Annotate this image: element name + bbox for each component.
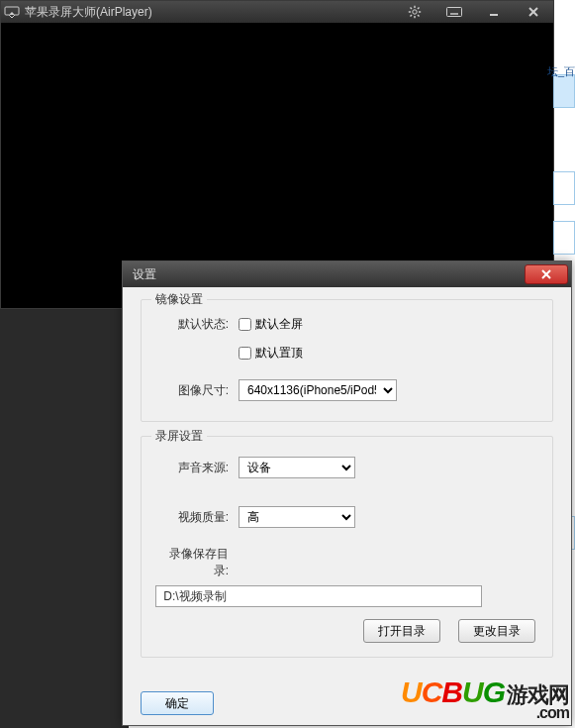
save-dir-path[interactable]: D:\视频录制: [155, 585, 482, 607]
tab-fragment-text: 坛_百: [547, 64, 575, 79]
fullscreen-checkbox-label: 默认全屏: [255, 316, 303, 333]
settings-dialog: 设置 镜像设置 默认状态: 默认全屏: [122, 260, 572, 726]
change-dir-button[interactable]: 更改目录: [458, 619, 535, 643]
mirror-settings-group: 镜像设置 默认状态: 默认全屏 默认置顶: [141, 299, 553, 422]
airplayer-titlebar[interactable]: 苹果录屏大师(AirPlayer): [1, 1, 553, 23]
video-quality-label: 视频质量:: [155, 509, 239, 526]
on-top-checkbox[interactable]: 默认置顶: [239, 345, 538, 362]
minimize-icon[interactable]: [474, 1, 514, 23]
save-dir-label: 录像保存目录:: [155, 546, 239, 579]
record-legend: 录屏设置: [151, 428, 207, 445]
airplay-icon: [1, 1, 23, 23]
svg-line-6: [418, 15, 420, 17]
mirror-legend: 镜像设置: [151, 291, 207, 308]
dialog-close-button[interactable]: [525, 264, 568, 284]
svg-rect-9: [447, 8, 462, 17]
svg-line-7: [418, 8, 420, 10]
settings-title: 设置: [133, 266, 525, 283]
background-dark-strip: [0, 309, 129, 728]
close-icon[interactable]: [514, 1, 553, 23]
settings-titlebar[interactable]: 设置: [123, 261, 571, 287]
open-dir-button[interactable]: 打开目录: [363, 619, 440, 643]
svg-line-8: [411, 15, 413, 17]
record-settings-group: 录屏设置 声音来源: 设备 视频质量: 高 录像保存目录:: [141, 436, 553, 658]
settings-gear-icon[interactable]: [395, 1, 434, 23]
default-state-label: 默认状态:: [155, 316, 239, 333]
image-size-select[interactable]: 640x1136(iPhone5/iPod5): [239, 379, 397, 401]
airplayer-title: 苹果录屏大师(AirPlayer): [23, 4, 152, 21]
image-size-label: 图像尺寸:: [155, 382, 239, 399]
svg-line-5: [411, 8, 413, 10]
ok-button[interactable]: 确定: [141, 691, 214, 715]
audio-source-label: 声音来源:: [155, 460, 239, 476]
audio-source-select[interactable]: 设备: [239, 457, 355, 478]
keyboard-icon[interactable]: [434, 1, 474, 23]
video-quality-select[interactable]: 高: [239, 506, 355, 528]
on-top-checkbox-label: 默认置顶: [255, 345, 303, 362]
svg-point-0: [413, 10, 417, 14]
fullscreen-checkbox[interactable]: 默认全屏: [239, 316, 538, 333]
